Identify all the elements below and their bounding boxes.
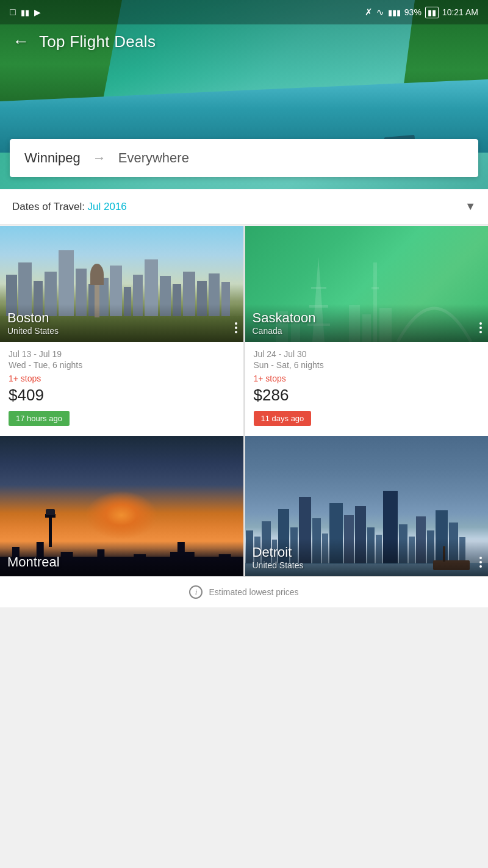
saskatoon-more-button[interactable] — [479, 322, 482, 333]
dot3 — [479, 331, 482, 333]
detroit-image: Detroit United States — [245, 436, 489, 576]
saskatoon-info: Jul 24 - Jul 30 Sun - Sat, 6 nights 1+ s… — [245, 342, 489, 436]
search-arrow-icon: → — [93, 150, 106, 166]
saskatoon-stops: 1+ stops — [254, 374, 480, 383]
clock: 10:21 AM — [442, 7, 478, 17]
notification-icon-1: □ — [10, 7, 16, 18]
dropdown-arrow-icon[interactable]: ▼ — [465, 200, 476, 213]
search-origin[interactable]: Winnipeg — [24, 150, 81, 166]
boston-city-name: Boston — [7, 310, 236, 326]
detroit-country: United States — [253, 560, 481, 570]
back-button[interactable]: ← — [12, 32, 29, 51]
flight-card-boston[interactable]: Boston United States Jul 13 - Jul 19 Wed… — [0, 226, 243, 436]
saskatoon-badge: 11 days ago — [254, 411, 312, 426]
svg-rect-1 — [311, 287, 326, 289]
wifi-icon: ∿ — [376, 7, 384, 18]
boston-info: Jul 13 - Jul 19 Wed - Tue, 6 nights 1+ s… — [0, 342, 243, 436]
montreal-overlay: Montreal — [0, 548, 243, 576]
detroit-overlay: Detroit United States — [245, 538, 489, 576]
battery-icon: ▮▮ — [425, 7, 439, 18]
search-box[interactable]: Winnipeg → Everywhere — [10, 139, 478, 177]
notification-icon-3: ▶ — [34, 7, 41, 17]
status-bar: □ ▮▮ ▶ ✗ ∿ ▮▮▮ 93% ▮▮ 10:21 AM — [0, 0, 488, 24]
boston-image: Boston United States — [0, 226, 243, 342]
saskatoon-overlay: Saskatoon Canada — [245, 304, 489, 342]
boston-dates: Jul 13 - Jul 19 — [9, 349, 235, 359]
flight-card-montreal[interactable]: Montreal — [0, 436, 243, 576]
boston-price: $409 — [9, 386, 235, 405]
boston-overlay: Boston United States — [0, 304, 243, 342]
flight-card-detroit[interactable]: Detroit United States — [245, 436, 489, 576]
bluetooth-icon: ✗ — [365, 7, 373, 18]
dot1 — [479, 322, 482, 325]
detroit-city-name: Detroit — [253, 544, 481, 560]
battery-percentage: 93% — [404, 7, 422, 17]
dot2 — [479, 327, 482, 329]
saskatoon-nights: Sun - Sat, 6 nights — [254, 360, 480, 370]
dot1 — [479, 557, 482, 559]
search-destination[interactable]: Everywhere — [118, 150, 189, 166]
dates-filter[interactable]: Dates of Travel: Jul 2016 ▼ — [0, 189, 488, 225]
bottom-cards-row: Montreal — [0, 436, 488, 576]
saskatoon-dates: Jul 24 - Jul 30 — [254, 349, 480, 359]
footer: i Estimated lowest prices — [0, 576, 488, 607]
montreal-city-name: Montreal — [7, 554, 236, 570]
boston-more-button[interactable] — [235, 322, 237, 333]
svg-rect-5 — [371, 287, 379, 289]
saskatoon-city-name: Saskatoon — [253, 310, 481, 326]
page-title: Top Flight Deals — [39, 32, 156, 51]
detroit-more-button[interactable] — [479, 557, 482, 568]
boston-badge: 17 hours ago — [9, 411, 70, 426]
dot3 — [235, 331, 237, 333]
hero-section: ← Top Flight Deals Winnipeg → Everywhere — [0, 0, 488, 189]
status-right-icons: ✗ ∿ ▮▮▮ 93% ▮▮ 10:21 AM — [365, 7, 478, 18]
boston-nights: Wed - Tue, 6 nights — [9, 360, 235, 370]
boston-country: United States — [7, 326, 236, 336]
dot1 — [235, 322, 237, 325]
dot2 — [235, 327, 237, 329]
dates-value: Jul 2016 — [88, 201, 127, 212]
saskatoon-image: Saskatoon Canada — [245, 226, 489, 342]
info-icon: i — [189, 585, 203, 599]
flight-card-saskatoon[interactable]: Saskatoon Canada Jul 24 - Jul 30 Sun - S… — [245, 226, 489, 436]
dot2 — [479, 561, 482, 563]
footer-text: Estimated lowest prices — [209, 587, 298, 597]
signal-icon: ▮▮▮ — [388, 8, 401, 17]
dates-filter-label: Dates of Travel: Jul 2016 — [12, 201, 127, 213]
dot3 — [479, 565, 482, 568]
notification-icon-2: ▮▮ — [21, 8, 29, 17]
saskatoon-price: $286 — [254, 386, 480, 405]
saskatoon-country: Canada — [253, 326, 481, 336]
boston-stops: 1+ stops — [9, 374, 235, 383]
flight-cards-grid: Boston United States Jul 13 - Jul 19 Wed… — [0, 226, 488, 436]
montreal-image: Montreal — [0, 436, 243, 576]
status-left-icons: □ ▮▮ ▶ — [10, 7, 41, 18]
